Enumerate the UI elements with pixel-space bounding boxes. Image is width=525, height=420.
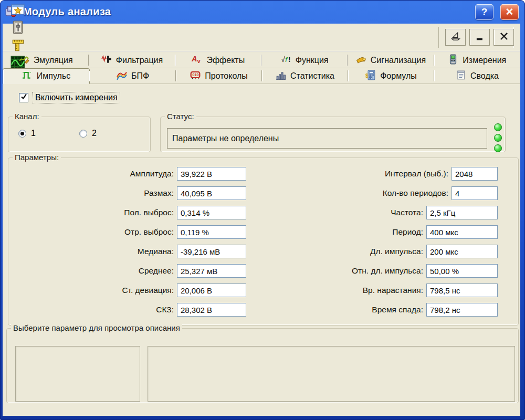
toolbar-right-group xyxy=(438,27,514,48)
radio-channel-1[interactable]: 1 xyxy=(18,129,79,138)
tab-fft[interactable]: БПФ xyxy=(90,68,176,83)
tab-label: Фильтрация xyxy=(116,56,163,65)
parameters-right-column: Интервал (выб.):2048Кол-во периодов:4Час… xyxy=(272,167,498,317)
radio-button-icon xyxy=(79,130,87,138)
tab-statistics[interactable]: Статистика xyxy=(262,68,348,83)
tab-label: Измерения xyxy=(463,56,506,65)
tab-label: Сводка xyxy=(470,71,499,81)
parameters-left-column: Амплитуда:39,922 ВРазмах:40,095 ВПол. вы… xyxy=(8,167,246,317)
enable-measurements-checkbox[interactable] xyxy=(19,93,28,102)
check-icon xyxy=(20,93,28,103)
toolbar-button-close-panel[interactable] xyxy=(494,29,514,46)
signaling-icon xyxy=(356,54,366,67)
toolbar-button-rollup[interactable] xyxy=(445,29,466,46)
tab-function[interactable]: √f!Функция xyxy=(261,52,348,68)
tab-formulas[interactable]: $Формулы xyxy=(348,68,434,83)
help-button[interactable]: ? xyxy=(475,4,494,20)
parameter-label: Отн. дл. импульса: xyxy=(352,266,423,276)
status-group: Статус: Параметры не определены xyxy=(160,117,506,152)
parameter-label: Ст. девиация: xyxy=(122,286,174,295)
parameter-value-field[interactable]: 40,095 В xyxy=(177,186,246,200)
parameter-row: Отн. дл. импульса:50,00 % xyxy=(272,264,498,278)
enable-measurements-label: Включить измерения xyxy=(33,92,120,103)
tab-strip: ЭмуляцияФильтрацияAvЭффекты√f!ФункцияСиг… xyxy=(3,52,520,84)
parameter-value-field[interactable]: 2,5 кГц xyxy=(426,206,498,219)
description-text-panel[interactable] xyxy=(148,346,515,402)
tab-row-1: ЭмуляцияФильтрацияAvЭффекты√f!ФункцияСиг… xyxy=(3,52,520,68)
tab-summary[interactable]: Сводка xyxy=(434,68,520,83)
channel-group-title: Канал: xyxy=(13,112,41,121)
parameter-row: Интервал (выб.):2048 xyxy=(272,167,498,181)
parameter-value-field[interactable]: 50,00 % xyxy=(426,264,498,278)
parameter-value-field[interactable]: 0,314 % xyxy=(177,206,246,219)
toolbar-button-favorites-window[interactable] xyxy=(9,2,27,19)
minimize-icon xyxy=(474,30,486,44)
parameters-group: Параметры: Амплитуда:39,922 ВРазмах:40,0… xyxy=(8,158,519,326)
formulas-icon: $ xyxy=(365,70,376,82)
parameter-label: Дл. импульса: xyxy=(370,247,423,256)
parameter-value-field[interactable]: 200 мкс xyxy=(426,245,498,258)
toolbar-button-journal[interactable] xyxy=(9,19,27,37)
analysis-module-window: Модуль анализа ? ✕ ЭмуляцияФильтрацияAvЭ… xyxy=(0,0,525,420)
tab-protocols[interactable]: 010Протоколы xyxy=(176,68,262,83)
parameter-value-field[interactable]: 25,327 мВ xyxy=(177,264,246,278)
tab-filtration[interactable]: Фильтрация xyxy=(89,52,175,68)
parameter-label: Интервал (выб.): xyxy=(385,169,448,178)
tab-label: Импульс xyxy=(37,71,70,81)
enable-measurements-option[interactable]: Включить измерения xyxy=(19,92,120,103)
tab-measurements[interactable]: Измерения xyxy=(434,52,520,68)
parameter-label: Размах: xyxy=(144,188,174,198)
description-group: Выберите параметр для просмотра описания xyxy=(6,328,519,403)
sailboat-icon xyxy=(450,30,461,44)
client-area: ЭмуляцияФильтрацияAvЭффекты√f!ФункцияСиг… xyxy=(3,24,520,416)
close-icon: ✕ xyxy=(506,6,514,18)
parameter-label: Вр. нарастания: xyxy=(363,286,423,295)
parameter-value-field[interactable]: 400 мкс xyxy=(426,225,498,239)
tab-label: Эмуляция xyxy=(34,56,73,65)
tab-emulation[interactable]: Эмуляция xyxy=(3,52,89,68)
tab-label: Статистика xyxy=(290,71,334,81)
window-star-icon xyxy=(10,2,25,19)
parameter-value-field[interactable]: 28,302 В xyxy=(177,303,246,317)
tab-effects[interactable]: AvЭффекты xyxy=(175,52,261,68)
notebook-icon xyxy=(10,20,25,37)
statistics-icon xyxy=(276,70,286,82)
parameter-value-field[interactable]: 4 xyxy=(452,186,498,200)
parameter-value-field[interactable]: 798,2 нс xyxy=(426,303,498,317)
radio-label: 1 xyxy=(31,129,36,138)
svg-text:f: f xyxy=(285,56,288,64)
parameter-row: Период:400 мкс xyxy=(272,225,498,239)
parameter-row: Пол. выброс:0,314 % xyxy=(8,206,246,219)
status-led-icon xyxy=(494,134,502,142)
summary-icon xyxy=(456,70,466,82)
parameter-row: Медиана:-39,216 мВ xyxy=(8,245,246,258)
function-icon: √f! xyxy=(281,54,291,67)
description-group-title: Выберите параметр для просмотра описания xyxy=(11,323,182,332)
status-field: Параметры не определены xyxy=(167,128,487,149)
parameter-label: Отр. выброс: xyxy=(124,227,174,237)
toolbar-button-minimize[interactable] xyxy=(469,29,490,46)
question-icon: ? xyxy=(481,6,488,18)
tab-signaling[interactable]: Сигнализация xyxy=(348,52,434,68)
radio-label: 2 xyxy=(92,129,97,138)
description-list-panel[interactable] xyxy=(15,346,140,402)
parameter-label: СКЗ: xyxy=(156,305,174,314)
parameter-row: Время спада:798,2 нс xyxy=(272,303,498,317)
impulse-icon xyxy=(22,70,33,82)
parameter-value-field[interactable]: 0,119 % xyxy=(177,225,246,239)
parameter-value-field[interactable]: 39,922 В xyxy=(177,167,246,181)
close-button[interactable]: ✕ xyxy=(500,4,519,20)
parameter-label: Пол. выброс: xyxy=(124,208,174,217)
parameter-value-field[interactable]: 2048 xyxy=(452,167,498,181)
status-group-title: Статус: xyxy=(165,112,196,121)
parameter-value-field[interactable]: -39,216 мВ xyxy=(177,245,246,258)
parameter-value-field[interactable]: 20,006 В xyxy=(177,284,246,297)
emulation-icon xyxy=(19,54,29,67)
tab-label: Формулы xyxy=(380,71,417,81)
parameter-value-field[interactable]: 798,5 нс xyxy=(426,284,498,297)
titlebar[interactable]: Модуль анализа ? ✕ xyxy=(3,0,520,24)
radio-button-icon xyxy=(18,130,26,138)
parameter-label: Время спада: xyxy=(372,305,423,314)
tab-impulse[interactable]: Импульс xyxy=(3,68,90,84)
radio-channel-2[interactable]: 2 xyxy=(79,129,140,138)
